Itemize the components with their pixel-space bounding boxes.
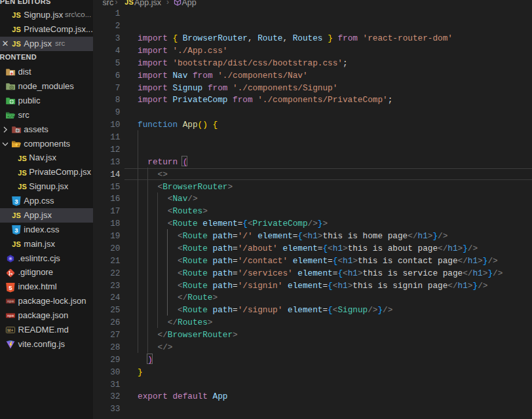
svg-text:5: 5: [9, 283, 12, 291]
svg-text:npm: npm: [7, 299, 14, 304]
svg-text:3: 3: [14, 227, 18, 234]
svg-text:JS: JS: [12, 11, 20, 19]
svg-text:M: M: [7, 328, 10, 333]
svg-text:JS: JS: [12, 240, 20, 248]
svg-text:JS: JS: [12, 26, 20, 33]
svg-text:JS: JS: [12, 211, 20, 219]
svg-text:</>: </>: [7, 115, 14, 119]
svg-text:JS: JS: [18, 183, 26, 191]
svg-text:3: 3: [14, 198, 18, 205]
svg-text:JS: JS: [124, 0, 133, 6]
svg-text:npm: npm: [7, 314, 14, 318]
svg-text:JS: JS: [18, 169, 26, 177]
svg-text:JS: JS: [18, 155, 26, 162]
svg-text:JS: JS: [12, 40, 20, 48]
